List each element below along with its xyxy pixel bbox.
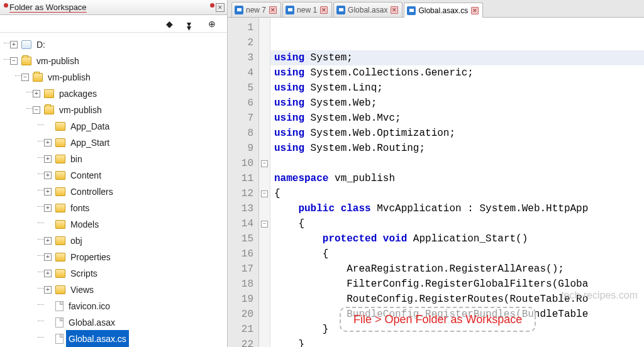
expand-toggle[interactable]: + (44, 172, 52, 179)
code-line[interactable]: using System.Web.Routing; (274, 141, 644, 156)
node-label[interactable]: Scripts (68, 265, 100, 282)
tree-row[interactable]: +obj (4, 233, 227, 249)
node-label[interactable]: Views (68, 281, 96, 299)
fold-cell (259, 307, 270, 322)
node-label[interactable]: Controllers (68, 183, 116, 201)
code-line[interactable]: using System.Web.Optimization; (274, 126, 644, 141)
expand-toggle[interactable]: + (10, 41, 18, 48)
expand-toggle[interactable]: + (44, 188, 52, 196)
fold-cell[interactable]: − (259, 156, 270, 171)
locate-icon[interactable]: ⊕ (207, 19, 217, 29)
expand-toggle[interactable]: − (21, 74, 29, 81)
code-line[interactable]: protected void Application_Start() (274, 231, 644, 246)
tab-close-button[interactable]: ✕ (320, 6, 328, 14)
node-label[interactable]: vm-publish (34, 52, 82, 70)
tree-row[interactable]: +fonts (4, 200, 227, 216)
tree-row[interactable]: +App_Start (4, 135, 227, 151)
tree-row[interactable]: Models (4, 216, 227, 233)
expand-toggle[interactable]: + (44, 237, 52, 245)
expand-toggle[interactable]: + (44, 253, 52, 261)
line-number: 10 (228, 156, 253, 171)
code-line[interactable]: public class MvcApplication : System.Web… (274, 201, 644, 216)
tree-row[interactable]: +Views (4, 282, 227, 298)
line-number: 21 (228, 322, 253, 337)
tree-row[interactable]: +Content (4, 167, 227, 184)
tab-close-button[interactable]: ✕ (269, 6, 277, 14)
tree-row[interactable]: App_Data (4, 118, 227, 135)
folder-tree[interactable]: +D:−vm-publish−vm-publish+packages−vm-pu… (0, 33, 227, 347)
node-label[interactable]: Global.asax.cs (66, 330, 129, 347)
expand-toggle[interactable]: + (44, 270, 52, 277)
tree-row[interactable]: −vm-publish (4, 69, 227, 85)
fold-cell[interactable]: − (259, 186, 270, 201)
tab[interactable]: Global.asax.cs✕ (404, 3, 483, 18)
node-label[interactable]: favicon.ico (66, 297, 113, 315)
tree-row[interactable]: favicon.ico (4, 298, 227, 314)
code-line[interactable]: using System.Web.Mvc; (274, 111, 644, 126)
tree-row[interactable]: −vm-publish (4, 102, 227, 118)
code-line[interactable]: AreaRegistration.RegisterAllAreas(); (274, 262, 644, 277)
tree-row[interactable]: +bin (4, 151, 227, 167)
expand-toggle[interactable]: + (44, 204, 52, 212)
expand-toggle[interactable]: + (44, 155, 52, 163)
folder-icon (21, 57, 31, 65)
code-text[interactable]: using System;using System.Collections.Ge… (270, 18, 644, 347)
expand-toggle[interactable]: − (10, 57, 18, 65)
node-label[interactable]: Content (68, 167, 104, 184)
tab[interactable]: Global.asax✕ (333, 2, 402, 17)
code-line[interactable]: } (274, 337, 644, 347)
expand-toggle[interactable]: − (33, 106, 40, 114)
code-line[interactable]: using System.Collections.Generic; (274, 65, 644, 80)
node-label[interactable]: Properties (68, 248, 113, 266)
line-number: 19 (228, 292, 253, 307)
code-line[interactable]: namespace vm_publish (274, 171, 644, 186)
node-label[interactable]: D: (34, 36, 48, 53)
expand-icon[interactable]: ▾▾ (186, 19, 196, 29)
node-label[interactable]: fonts (68, 199, 92, 217)
node-label[interactable]: App_Start (68, 134, 112, 151)
code-line[interactable]: { (274, 216, 644, 231)
tree-row[interactable]: +Scripts (4, 265, 227, 282)
code-line[interactable]: { (274, 186, 644, 201)
node-label[interactable]: Models (68, 216, 101, 233)
node-label[interactable]: vm-publish (45, 69, 93, 86)
code-line[interactable]: using System; (270, 50, 644, 65)
tree-row[interactable]: +Controllers (4, 184, 227, 200)
code-line[interactable]: { (274, 246, 644, 262)
collapse-icon[interactable]: ◆ (164, 19, 174, 29)
tree-row[interactable]: +packages (4, 85, 227, 102)
code-area[interactable]: 12345678910111213141516171819202122 − − … (228, 18, 644, 347)
node-label[interactable]: packages (57, 85, 99, 102)
code-line[interactable]: using System.Linq; (274, 80, 644, 96)
tab-close-button[interactable]: ✕ (471, 7, 479, 14)
fold-cell[interactable]: − (259, 216, 270, 231)
line-number: 16 (228, 246, 253, 262)
expand-toggle[interactable]: + (44, 139, 52, 146)
tab[interactable]: new 1✕ (282, 2, 332, 17)
expand-toggle[interactable]: + (33, 90, 40, 97)
fold-toggle[interactable]: − (261, 221, 268, 228)
code-line[interactable]: using System.Web; (274, 96, 644, 111)
tree-row[interactable]: +D: (4, 36, 227, 53)
tree-row[interactable]: +Properties (4, 249, 227, 265)
tab-close-button[interactable]: ✕ (391, 6, 398, 14)
expand-toggle[interactable]: + (44, 286, 52, 294)
expand-toggle (44, 302, 52, 310)
node-label[interactable]: vm-publish (57, 101, 104, 119)
code-line[interactable] (274, 156, 644, 171)
file-icon (55, 301, 64, 311)
tree-row[interactable]: −vm-publish (4, 53, 227, 69)
panel-close-button[interactable]: ✕ (216, 3, 225, 12)
tree-row[interactable]: Global.asax.cs (4, 331, 227, 347)
line-gutter: 12345678910111213141516171819202122 (228, 18, 259, 347)
node-label[interactable]: App_Data (68, 118, 112, 135)
fold-toggle[interactable]: − (261, 160, 268, 167)
fold-column[interactable]: − − − (259, 18, 270, 347)
node-label[interactable]: obj (68, 232, 85, 250)
node-label[interactable]: Global.asax (66, 314, 118, 331)
node-label[interactable]: bin (68, 150, 85, 168)
line-number: 9 (228, 141, 253, 156)
tree-row[interactable]: Global.asax (4, 314, 227, 331)
tab[interactable]: new 7✕ (231, 2, 281, 17)
fold-toggle[interactable]: − (261, 190, 268, 197)
